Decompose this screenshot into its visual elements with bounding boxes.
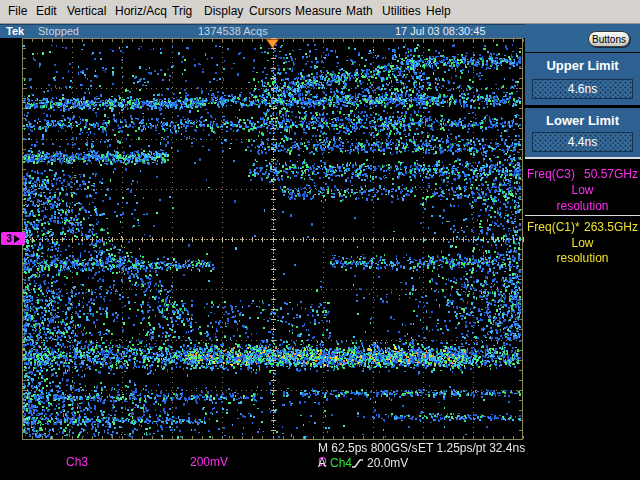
measurement-divider-top xyxy=(525,157,640,159)
channel3-scale[interactable]: 200mV xyxy=(190,456,228,469)
measurement-qualifier: resolution xyxy=(525,199,640,213)
measurement-value: 50.57GHz xyxy=(584,167,638,181)
channel3-marker-label: 3 xyxy=(6,232,12,245)
measurement-qualifier: Low xyxy=(525,183,640,197)
measurement-name: Freq(C3) xyxy=(527,167,575,181)
measurement-divider-mid xyxy=(525,215,640,216)
trigger-level[interactable]: 20.0mV xyxy=(367,457,408,470)
oscilloscope-screen: File Edit Vertical Horiz/Acq Trig Displa… xyxy=(0,0,640,480)
upper-limit-value[interactable]: 4.6ns xyxy=(532,79,633,99)
timebase-readout[interactable]: M 62.5ps 800GS/s xyxy=(318,442,417,455)
channel3-label[interactable]: Ch3 xyxy=(66,456,88,469)
upper-limit-panel: Upper Limit 4.6ns xyxy=(525,53,640,105)
trigger-prefix: A xyxy=(318,457,326,470)
lower-limit-value[interactable]: 4.4ns xyxy=(532,132,633,152)
measurement-value: 263.5GHz xyxy=(584,220,638,234)
upper-limit-label: Upper Limit xyxy=(525,58,640,73)
measurement-qualifier: Low xyxy=(525,236,640,250)
measurement-name: Freq(C1)* xyxy=(527,220,580,234)
sampling-readout: ET 1.25ps/pt 32.4ns xyxy=(418,442,525,455)
trigger-source[interactable]: Ch4 xyxy=(330,457,352,470)
right-arrow-icon xyxy=(14,235,20,243)
lower-limit-label: Lower Limit xyxy=(525,113,640,128)
measurement-qualifier: resolution xyxy=(525,251,640,265)
trigger-position-marker[interactable] xyxy=(266,39,279,49)
channel3-reference-marker[interactable]: 3 xyxy=(1,232,25,245)
lower-limit-panel: Lower Limit 4.4ns xyxy=(525,108,640,157)
rising-edge-icon xyxy=(351,458,364,469)
